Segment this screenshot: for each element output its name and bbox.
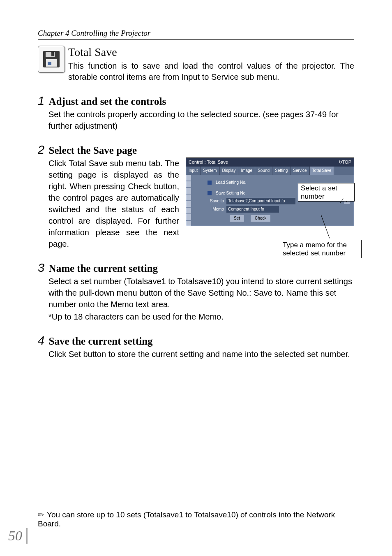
svg-rect-4 [48,62,51,65]
tab-system[interactable]: System [201,167,219,175]
step-body: Click Set button to store the current se… [48,348,354,360]
tab-image[interactable]: Image [238,167,255,175]
control-tabs: Input System Display Image Sound Setting… [186,167,354,175]
step-number: 4 [38,334,44,347]
tab-service[interactable]: Service [291,167,309,175]
load-setting-label: Load Setting No. [216,180,247,185]
memo-label: Memo [208,206,224,212]
page-number: 50 [8,528,28,544]
step-fineprint: *Up to 18 characters can be used for the… [48,311,354,322]
save-setting-label: Save Setting No. [216,190,247,196]
step-body: Select a set number (Totalsave1 to Total… [48,276,354,310]
tab-input[interactable]: Input [186,167,201,175]
top-link[interactable]: ↻TOP [339,159,351,165]
load-icon [208,181,212,185]
save-to-label: Save to [208,198,224,204]
step-number: 1 [38,94,44,107]
section-body: This function is to save and load the co… [68,60,354,83]
screenshot-total-save: Control : Total Save ↻TOP Input System D… [186,158,354,250]
section-title: Total Save [68,46,354,59]
step-number: 3 [38,261,44,274]
step-number: 2 [38,143,44,156]
floppy-disk-icon [38,46,65,73]
callout-set-number: Select a set number [298,183,355,202]
set-button[interactable]: Set [230,215,244,222]
tab-display[interactable]: Display [220,167,239,175]
callout-memo: Type a memo for the selected set number [280,240,362,258]
window-title: Control : Total Save [189,159,228,165]
chapter-header: Chapter 4 Controlling the Projector [38,29,354,40]
save-icon [208,191,212,195]
memo-field[interactable]: Component Input fo [226,206,279,213]
tab-total-save[interactable]: Total Save [310,167,334,175]
step-body: Set the controls properly according to t… [48,109,354,132]
pencil-icon: ✎ [35,509,46,521]
tab-sound[interactable]: Sound [255,167,272,175]
accordion-strip[interactable] [186,175,191,226]
step-title: Save the current setting [49,336,153,347]
save-to-field[interactable]: Totalsave2,Component Input fo [226,198,295,204]
check-button[interactable]: Check [251,215,270,222]
step-title: Select the Save page [49,145,137,156]
footnote-separator [38,508,354,508]
footnote: ✎You can store up to 10 sets (Totalsave1… [38,510,354,528]
step-title: Name the current setting [49,263,158,274]
step-body: Click Total Save sub menu tab. The setti… [48,158,179,250]
svg-rect-2 [51,52,54,56]
step-title: Adjust and set the controls [49,96,166,107]
tab-setting[interactable]: Setting [272,167,291,175]
